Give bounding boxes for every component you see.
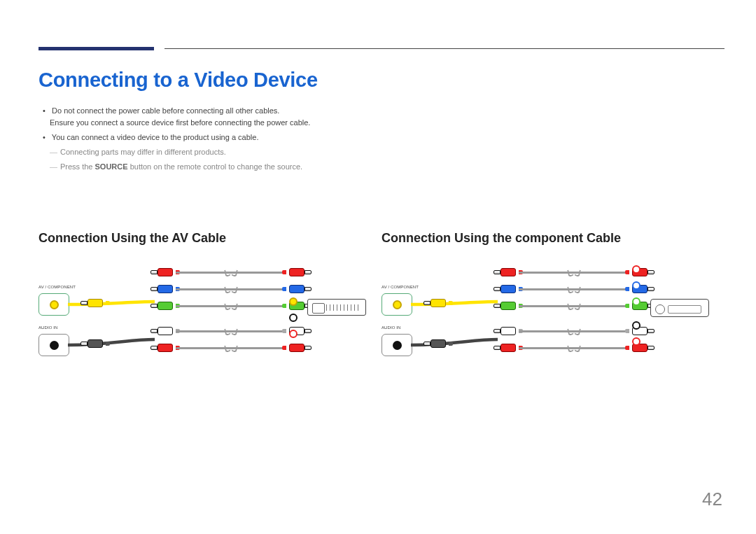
cable-row [493, 282, 654, 296]
dest-jack-red-icon [632, 265, 640, 274]
dest-jack-blue-icon [632, 281, 640, 290]
cable-row [150, 299, 312, 313]
diagram-av: AV / COMPONENT AUDIO IN [38, 265, 382, 388]
jack-yellow-icon [50, 300, 59, 309]
rca-plug-red-icon [493, 267, 520, 278]
cable-row [150, 282, 312, 296]
section-component-cable: Connection Using the component Cable AV … [382, 231, 724, 388]
cable-wire-icon [519, 347, 629, 349]
rca-plug-blue-icon [493, 283, 520, 295]
dest-jacks-component [632, 265, 642, 353]
dest-jack-white-icon [632, 321, 640, 330]
heading-component: Connection Using the component Cable [382, 231, 724, 246]
rca-plug-white-icon [150, 325, 177, 337]
jack-audio-icon [50, 341, 59, 350]
port-av-component [38, 293, 69, 316]
dest-jacks-av [289, 297, 299, 346]
intro-note-2: Press the SOURCE button on the remote co… [50, 161, 486, 173]
heading-av: Connection Using the AV Cable [38, 231, 382, 246]
page-number: 42 [702, 489, 722, 510]
cable-rows-component [493, 265, 654, 358]
rca-plug-blue-icon [285, 283, 312, 295]
rca-plug-red-icon [285, 267, 312, 278]
rca-plug-green-icon [493, 300, 520, 311]
rca-plug-red-icon [493, 342, 520, 353]
cable-wire-icon [176, 330, 286, 332]
intro-note-1: Connecting parts may differ in different… [50, 146, 486, 158]
cable-row [150, 324, 312, 338]
cable-row [150, 265, 312, 279]
cable-wire-icon [519, 272, 629, 274]
cable-row [493, 324, 654, 338]
rca-plug-blue-icon [150, 283, 177, 295]
label-av-component: AV / COMPONENT [38, 285, 76, 289]
dest-jack-yellow-icon [289, 297, 298, 306]
rca-plug-green-icon [150, 300, 177, 311]
dest-jack-red-icon [289, 330, 298, 338]
cable-row [493, 265, 654, 279]
port-av-component-r [382, 293, 412, 316]
label-audio-in-r: AUDIO IN [382, 325, 400, 330]
jack-audio-icon [393, 341, 402, 350]
intro-bullet-2: You can connect a video device to the pr… [38, 132, 486, 143]
plug-black-left-icon [80, 338, 107, 349]
cable-row [493, 341, 654, 355]
cable-wire-icon [176, 347, 286, 349]
device-dvd-icon [307, 299, 366, 316]
label-audio-in: AUDIO IN [38, 325, 57, 330]
dest-jack-white-icon [289, 314, 298, 322]
cable-rows-av [150, 265, 312, 358]
rca-plug-red-icon [150, 342, 177, 353]
rca-plug-red-icon [150, 267, 177, 278]
cable-row [493, 299, 654, 313]
plug-yellow-left-r-icon [424, 297, 450, 309]
intro-bullet-1: Do not connect the power cable before co… [38, 105, 486, 129]
cable-wire-icon [519, 288, 629, 290]
port-audio-in [38, 334, 69, 356]
cable-row [150, 341, 312, 355]
cable-wire-icon [176, 305, 286, 307]
cable-wire-icon [519, 330, 629, 332]
rca-plug-white-icon [493, 325, 520, 337]
cable-wire-icon [176, 288, 286, 290]
header-rule [164, 48, 724, 49]
device-receiver-icon [650, 299, 709, 317]
cable-wire-icon [176, 272, 286, 274]
diagram-component: AV / COMPONENT AUDIO IN [382, 265, 724, 388]
header-accent-bar [38, 47, 154, 50]
dest-jack-green-icon [632, 297, 640, 306]
dest-jack-red2-icon [632, 337, 640, 346]
jack-yellow-icon [393, 300, 402, 309]
plug-yellow-left-icon [80, 297, 107, 309]
cable-wire-icon [519, 305, 629, 307]
plug-black-left-r-icon [424, 338, 450, 349]
label-av-component-r: AV / COMPONENT [382, 285, 419, 289]
intro-text: Do not connect the power cable before co… [38, 105, 486, 173]
page-title: Connecting to a Video Device [38, 69, 318, 92]
section-av-cable: Connection Using the AV Cable AV / COMPO… [38, 231, 382, 388]
port-audio-in-r [382, 334, 412, 356]
